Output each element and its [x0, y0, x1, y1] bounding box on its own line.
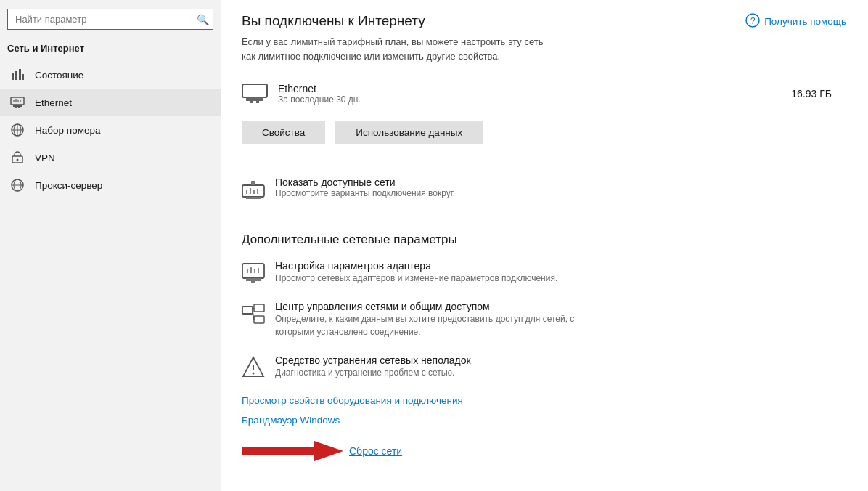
show-networks-title: Показать доступные сети: [275, 176, 455, 188]
troubleshoot-text: Средство устранения сетевых неполадок Ди…: [275, 354, 471, 379]
sidebar: 🔍 Сеть и Интернет Состояние: [0, 0, 221, 491]
ethernet-sidebar-icon: [10, 95, 25, 110]
firewall-link[interactable]: Брандмауэр Windows: [242, 415, 839, 426]
sidebar-nav: Состояние Ethernet: [0, 61, 221, 199]
status-icon: [10, 68, 25, 82]
search-box: 🔍: [7, 9, 213, 30]
show-networks-icon: [242, 178, 265, 201]
svg-point-48: [253, 373, 255, 375]
show-networks-desc: Просмотрите варианты подключения вокруг.: [275, 188, 455, 198]
data-usage-button[interactable]: Использование данных: [335, 121, 483, 144]
sidebar-item-label-ethernet: Ethernet: [35, 97, 72, 108]
main-content: ? Получить помощь Вы подключены к Интерн…: [221, 0, 868, 491]
svg-rect-24: [246, 97, 263, 101]
ethernet-card-icon: [242, 81, 268, 107]
adapter-icon: [242, 261, 265, 285]
sharing-center-item[interactable]: Центр управления сетями и общим доступом…: [242, 301, 839, 338]
network-reset-link[interactable]: Сброс сети: [349, 445, 402, 457]
sharing-title: Центр управления сетями и общим доступом: [275, 301, 580, 312]
svg-text:?: ?: [750, 16, 756, 26]
troubleshoot-title: Средство устранения сетевых неполадок: [275, 354, 471, 366]
svg-rect-3: [22, 74, 24, 80]
troubleshoot-desc: Диагностика и устранение проблем с сетью…: [275, 366, 471, 379]
svg-rect-36: [251, 281, 255, 283]
svg-rect-27: [242, 185, 264, 197]
ethernet-info: Ethernet За последние 30 дн.: [278, 83, 361, 105]
svg-marker-49: [242, 441, 343, 461]
show-networks[interactable]: Показать доступные сети Просмотрите вари…: [242, 176, 839, 201]
sidebar-item-vpn[interactable]: VPN: [0, 144, 221, 171]
svg-rect-4: [11, 97, 24, 105]
properties-button[interactable]: Свойства: [242, 121, 325, 144]
sidebar-item-proxy[interactable]: Прокси-сервер: [0, 171, 221, 199]
ethernet-card: Ethernet За последние 30 дн. 16.93 ГБ: [242, 76, 839, 111]
proxy-icon: [10, 178, 25, 192]
svg-rect-0: [12, 73, 14, 80]
ethernet-name: Ethernet: [278, 83, 361, 94]
sidebar-item-dialup[interactable]: Набор номера: [0, 116, 221, 144]
svg-point-17: [17, 159, 19, 161]
svg-rect-28: [246, 197, 261, 199]
vpn-icon: [10, 150, 25, 165]
svg-rect-34: [242, 264, 264, 278]
ethernet-size: 16.93 ГБ: [791, 88, 839, 100]
divider-1: [242, 163, 839, 163]
adapter-settings-item[interactable]: Настройка параметров адаптера Просмотр с…: [242, 260, 839, 285]
sidebar-item-label-dialup: Набор номера: [35, 125, 101, 136]
additional-title: Дополнительные сетевые параметры: [242, 232, 839, 247]
svg-rect-23: [242, 84, 267, 97]
adapter-title: Настройка параметров адаптера: [275, 260, 557, 272]
arrow-annotation: [242, 437, 343, 465]
help-icon: ?: [745, 13, 760, 30]
search-button[interactable]: 🔍: [197, 14, 209, 25]
adapter-desc: Просмотр сетевых адаптеров и изменение п…: [275, 272, 557, 285]
sidebar-item-label-proxy: Прокси-сервер: [35, 180, 102, 191]
adapter-text: Настройка параметров адаптера Просмотр с…: [275, 260, 557, 285]
sharing-icon: [242, 302, 265, 325]
hardware-link[interactable]: Просмотр свойств оборудования и подключе…: [242, 395, 839, 406]
svg-rect-26: [256, 101, 259, 103]
connected-desc: Если у вас лимитный тарифный план, вы мо…: [242, 35, 554, 63]
svg-rect-35: [246, 278, 261, 281]
sidebar-item-label-vpn: VPN: [35, 153, 55, 163]
bottom-section: Сброс сети: [242, 434, 839, 468]
help-label: Получить помощь: [764, 16, 846, 27]
ethernet-sub: За последние 30 дн.: [278, 94, 361, 105]
search-input[interactable]: [7, 9, 213, 30]
sidebar-item-ethernet[interactable]: Ethernet: [0, 89, 221, 116]
svg-rect-1: [15, 71, 17, 80]
help-link[interactable]: ? Получить помощь: [745, 13, 846, 30]
troubleshoot-item[interactable]: Средство устранения сетевых неполадок Ди…: [242, 354, 839, 379]
svg-rect-5: [13, 105, 22, 107]
svg-rect-6: [15, 107, 17, 108]
svg-rect-42: [254, 304, 264, 312]
sharing-text: Центр управления сетями и общим доступом…: [275, 301, 580, 338]
sidebar-section-title: Сеть и Интернет: [0, 43, 221, 61]
sharing-desc: Определите, к каким данным вы хотите пре…: [275, 312, 580, 338]
svg-rect-41: [242, 307, 253, 314]
dialup-icon: [10, 123, 25, 137]
btn-row: Свойства Использование данных: [242, 121, 839, 144]
svg-rect-43: [254, 316, 264, 323]
divider-2: [242, 219, 839, 219]
svg-rect-25: [250, 101, 253, 103]
svg-rect-2: [19, 69, 21, 80]
troubleshoot-icon: [242, 356, 265, 379]
sidebar-item-status[interactable]: Состояние: [0, 61, 221, 89]
svg-rect-29: [251, 181, 255, 185]
sidebar-item-label-status: Состояние: [35, 70, 83, 81]
show-networks-text: Показать доступные сети Просмотрите вари…: [275, 176, 455, 198]
bottom-links: Просмотр свойств оборудования и подключе…: [242, 395, 839, 468]
svg-rect-7: [18, 107, 20, 108]
